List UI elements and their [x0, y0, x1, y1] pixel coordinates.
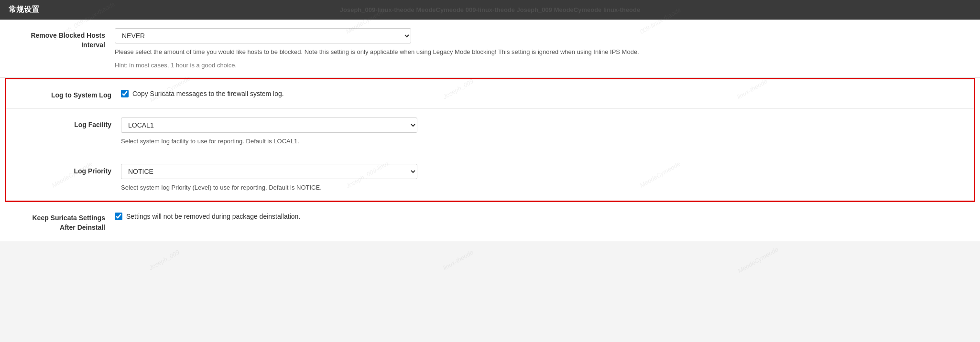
remove-blocked-hosts-hint: Hint: in most cases, 1 hour is a good ch…: [115, 62, 970, 69]
log-priority-select[interactable]: EMERGENCY ALERT CRITICAL ERROR WARNING N…: [121, 164, 417, 179]
keep-suricata-label: Keep Suricata Settings After Deinstall: [10, 211, 115, 232]
log-facility-select[interactable]: LOCAL0 LOCAL1 LOCAL2 LOCAL3 LOCAL4 LOCAL…: [121, 118, 417, 133]
log-to-system-log-checkbox-row: Copy Suricata messages to the firewall s…: [121, 90, 964, 97]
log-to-system-log-label: Log to System Log: [16, 88, 121, 100]
log-priority-row: Log Priority EMERGENCY ALERT CRITICAL ER…: [6, 155, 974, 201]
log-priority-help: Select system log Priority (Level) to us…: [121, 183, 647, 192]
log-to-system-log-content: Copy Suricata messages to the firewall s…: [121, 88, 964, 97]
log-to-system-log-checkbox-label: Copy Suricata messages to the firewall s…: [132, 90, 284, 97]
log-priority-content: EMERGENCY ALERT CRITICAL ERROR WARNING N…: [121, 164, 964, 192]
page-header: 常规设置 Joseph_009-linux-theode MeodeCymeod…: [0, 0, 980, 20]
remove-blocked-hosts-content: NEVER 15 Minutes 30 Minutes 1 Hour 6 Hou…: [115, 28, 970, 69]
remove-blocked-hosts-row: Remove Blocked Hosts Interval NEVER 15 M…: [0, 20, 980, 78]
highlighted-settings-block: Log to System Log Copy Suricata messages…: [5, 78, 975, 203]
log-priority-label: Log Priority: [16, 164, 121, 176]
log-to-system-log-checkbox[interactable]: [121, 90, 129, 97]
log-facility-help: Select system log facility to use for re…: [121, 137, 647, 146]
log-facility-row: Log Facility LOCAL0 LOCAL1 LOCAL2 LOCAL3…: [6, 109, 974, 155]
settings-panel: Remove Blocked Hosts Interval NEVER 15 M…: [0, 20, 980, 241]
keep-suricata-row: Keep Suricata Settings After Deinstall S…: [0, 202, 980, 241]
page-title: 常规设置: [9, 5, 39, 13]
log-to-system-log-row: Log to System Log Copy Suricata messages…: [6, 79, 974, 109]
remove-blocked-hosts-help: Please select the amount of time you wou…: [115, 47, 641, 57]
keep-suricata-checkbox-label: Settings will not be removed during pack…: [126, 213, 300, 220]
keep-suricata-checkbox[interactable]: [115, 213, 122, 220]
log-facility-label: Log Facility: [16, 118, 121, 130]
remove-blocked-hosts-select[interactable]: NEVER 15 Minutes 30 Minutes 1 Hour 6 Hou…: [115, 28, 411, 43]
keep-suricata-content: Settings will not be removed during pack…: [115, 211, 970, 220]
log-facility-content: LOCAL0 LOCAL1 LOCAL2 LOCAL3 LOCAL4 LOCAL…: [121, 118, 964, 146]
remove-blocked-hosts-label: Remove Blocked Hosts Interval: [10, 28, 115, 50]
keep-suricata-checkbox-row: Settings will not be removed during pack…: [115, 213, 970, 220]
